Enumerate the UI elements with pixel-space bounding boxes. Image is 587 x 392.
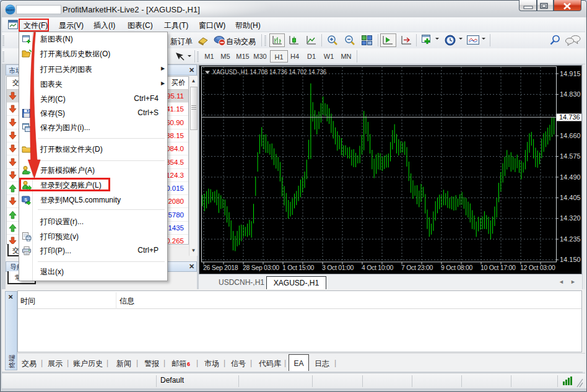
svg-text:9 Oct 08:00: 9 Oct 08:00	[441, 264, 472, 271]
svg-text:4 Oct 10:00: 4 Oct 10:00	[362, 264, 393, 271]
svg-text:26 Sep 2018: 26 Sep 2018	[203, 264, 238, 271]
svg-text:28 Sep 03:00: 28 Sep 03:00	[243, 264, 279, 271]
svg-text:14.150: 14.150	[560, 256, 581, 263]
svg-text:14.235: 14.235	[560, 235, 581, 243]
svg-text:14.405: 14.405	[560, 194, 581, 201]
svg-text:14.660: 14.660	[560, 132, 581, 139]
svg-text:14.830: 14.830	[560, 90, 581, 98]
svg-text:7 Oct 23:00: 7 Oct 23:00	[401, 264, 433, 271]
svg-text:10 Oct 17:00: 10 Oct 17:00	[480, 264, 516, 271]
svg-text:PROFIT: PROFIT	[6, 9, 15, 12]
svg-text:14.575: 14.575	[560, 152, 581, 160]
svg-text:3 Oct 01:00: 3 Oct 01:00	[322, 264, 354, 271]
svg-text:12 Oct 03:00: 12 Oct 03:00	[520, 264, 555, 271]
svg-text:S: S	[24, 198, 27, 202]
svg-text:1 Oct 15:00: 1 Oct 15:00	[282, 264, 314, 271]
svg-text:14.320: 14.320	[560, 214, 581, 222]
svg-text:14.490: 14.490	[560, 173, 581, 181]
svg-text:14.736: 14.736	[559, 113, 580, 121]
svg-text:XAGUSD-,H1 14.708 14.736 14.7: XAGUSD-,H1 14.708 14.736 14.702 14.736	[212, 68, 326, 76]
svg-text:14.915: 14.915	[560, 70, 581, 77]
